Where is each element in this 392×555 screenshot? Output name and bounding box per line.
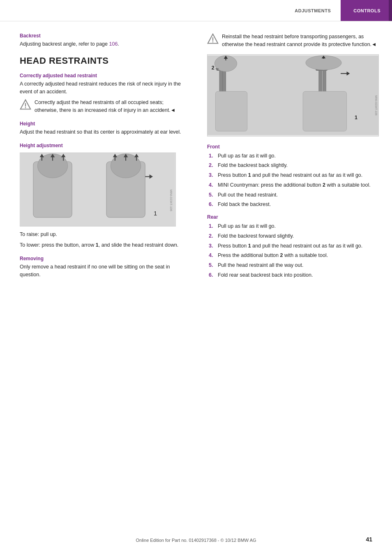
left-column: Backrest Adjusting backrest angle, refer… <box>0 21 197 301</box>
front-step-2: 2. Fold the backrest back slightly. <box>207 162 379 169</box>
front-step-3: 3. Press button 1 and pull the head rest… <box>207 171 379 179</box>
front-steps-list: 1. Pull up as far as it will go. 2. Fold… <box>207 152 379 209</box>
warning-icon-2 <box>207 33 219 45</box>
svg-point-26 <box>212 42 214 43</box>
removing-label: Removing <box>20 256 184 261</box>
front-step-1: 1. Pull up as far as it will go. <box>207 152 379 160</box>
front-step-5: 5. Pull out the head restraint. <box>207 191 379 199</box>
svg-rect-45 <box>303 91 346 131</box>
rear-label: Rear <box>207 214 379 220</box>
page-number: 41 <box>366 536 372 543</box>
to-raise-text: To raise: pull up. <box>20 231 184 238</box>
rear-steps-list: 1. Pull up as far as it will go. 2. Fold… <box>207 222 379 279</box>
backrest-text: Adjusting backrest angle, refer to page … <box>20 40 184 48</box>
height-text: Adjust the head restraint so that its ce… <box>20 128 184 136</box>
adjustments-label: ADJUSTMENTS <box>295 8 331 13</box>
front-step-6: 6. Fold back the backrest. <box>207 201 379 208</box>
warning-box-1: Correctly adjust the head restraints of … <box>20 99 184 114</box>
warning-icon-1 <box>20 99 31 111</box>
main-content: Backrest Adjusting backrest angle, refer… <box>0 21 392 301</box>
front-step-4: 4. MINI Countryman: press the additional… <box>207 181 379 189</box>
to-lower-text: To lower: press the button, arrow 1, and… <box>20 241 184 249</box>
height-label: Height <box>20 121 184 127</box>
header-tabs: ADJUSTMENTS CONTROLS <box>0 0 392 21</box>
height-diagram-svg: 1 MINI-0234T-106 <box>20 153 175 226</box>
correctly-adjusted-text: A correctly adjusted head restraint redu… <box>20 80 184 96</box>
svg-text:2: 2 <box>212 65 214 71</box>
rear-step-1: 1. Pull up as far as it will go. <box>207 222 379 230</box>
correctly-adjusted-label: Correctly adjusted head restraint <box>20 73 184 79</box>
right-column: Reinstall the head restraint before tran… <box>197 21 392 301</box>
tab-controls[interactable]: CONTROLS <box>342 0 392 21</box>
tab-adjustments[interactable]: ADJUSTMENTS <box>285 0 342 21</box>
svg-text:1: 1 <box>355 115 357 120</box>
svg-rect-46 <box>215 91 247 131</box>
rear-step-3: 3. Press button 1 and pull the head rest… <box>207 242 379 250</box>
svg-point-2 <box>25 107 26 109</box>
warning-text-2: Reinstall the head restraint before tran… <box>222 33 379 49</box>
warning-box-2: Reinstall the head restraint before tran… <box>207 33 379 49</box>
removal-diagram-svg: 2 1 <box>208 55 378 136</box>
removal-diagram: 2 1 <box>207 54 379 136</box>
front-label: Front <box>207 144 379 150</box>
height-adjustment-diagram: 1 MINI-0234T-106 <box>20 153 176 227</box>
rear-step-5: 5. Pull the head restraint all the way o… <box>207 261 379 269</box>
warning-text-1: Correctly adjust the head restraints of … <box>35 99 184 114</box>
rear-step-2: 2. Fold the backrest forward slightly. <box>207 232 379 240</box>
removing-text: Only remove a head restraint if no one w… <box>20 263 184 279</box>
height-adjustment-label: Height adjustment <box>20 143 184 148</box>
page-footer: Online Edition for Part no. 01402917368 … <box>0 538 392 543</box>
rear-step-6: 6. Fold rear seat backrest back into pos… <box>207 271 379 279</box>
svg-text:MINI-0234T-106: MINI-0234T-106 <box>169 190 173 211</box>
controls-label: CONTROLS <box>353 8 380 13</box>
svg-text:MINI-0234T-106: MINI-0234T-106 <box>375 95 378 116</box>
backrest-label: Backrest <box>20 33 184 39</box>
page-ref: 106 <box>109 41 118 47</box>
rear-step-4: 4. Press the additional button 2 with a … <box>207 252 379 259</box>
svg-text:1: 1 <box>154 210 157 216</box>
page-title: HEAD RESTRAINTS <box>20 56 184 66</box>
